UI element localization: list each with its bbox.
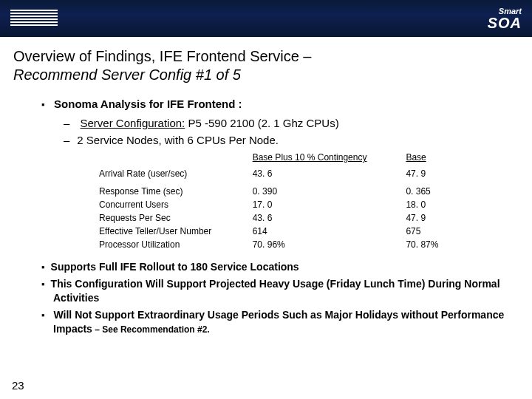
metric-base: 70. 87% [400,238,492,251]
slide-body: Overview of Findings, IFE Frontend Servi… [0,37,532,399]
table-row: Effective Teller/User Number 614 675 [93,225,492,238]
metric-plus: 43. 6 [247,211,400,225]
svg-rect-0 [10,10,58,11]
slide-title: Overview of Findings, IFE Frontend Servi… [13,47,519,84]
metric-label: Effective Teller/User Number [93,225,247,238]
svg-rect-3 [10,18,58,20]
table-row: Concurrent Users 17. 0 18. 0 [93,198,492,211]
analysis-heading-item: Sonoma Analysis for IFE Frontend : Serve… [41,98,519,146]
metric-base: 0. 365 [400,185,492,198]
server-config-line: Server Configuration: P5 -590 2100 (2. 1… [64,117,519,129]
table-row: Requests Per Sec 43. 6 47. 9 [93,211,492,225]
metric-label: Processor Utilization [93,238,247,251]
badge-big: SOA [488,15,522,31]
svg-rect-1 [10,13,58,14]
analysis-sublist: Server Configuration: P5 -590 2100 (2. 1… [64,117,519,146]
metric-plus: 0. 390 [247,185,400,198]
table-row: Processor Utilization 70. 96% 70. 87% [93,238,492,251]
server-config-value: P5 -590 2100 (2. 1 Ghz CPUs) [185,117,338,129]
metric-plus: 614 [247,225,400,238]
svg-rect-4 [10,21,58,23]
metric-plus: 43. 6 [247,167,400,180]
smart-soa-badge: Smart SOA [488,7,522,30]
analysis-heading: Sonoma Analysis for IFE Frontend [54,98,235,110]
analysis-list: Sonoma Analysis for IFE Frontend : Serve… [41,98,519,146]
bullet-rollout: Supports Full IFE Rollout to 180 Service… [41,260,519,274]
metric-label: Arrival Rate (user/sec) [93,167,247,180]
bullet-heavy-usage: This Configuration Will Support Projecte… [41,277,519,305]
bullet-see-rec: – See Recommendation #2. [92,324,210,335]
col-base: Base [400,151,492,167]
metric-base: 18. 0 [400,198,492,211]
title-line-1: Overview of Findings, IFE Frontend Servi… [13,48,312,64]
title-line-2: Recommend Server Config #1 of 5 [13,66,241,83]
metric-base: 47. 9 [400,211,492,225]
summary-bullets: Supports Full IFE Rollout to 180 Service… [41,260,519,335]
col-blank [93,151,247,167]
metric-label: Concurrent Users [93,198,247,211]
metric-plus: 70. 96% [247,238,400,251]
table-row: Response Time (sec) 0. 390 0. 365 [93,185,492,198]
slide-header: Smart SOA [0,0,532,37]
ibm-logo [10,10,58,27]
page-number: 23 [12,379,24,392]
metric-plus: 17. 0 [247,198,400,211]
server-config-label: Server Configuration: [81,117,185,129]
col-plus-contingency: Base Plus 10 % Contingency [247,151,400,167]
nodes-line: 2 Service Nodes, with 6 CPUs Per Node. [64,134,519,146]
metric-base: 47. 9 [400,167,492,180]
svg-rect-2 [10,16,58,17]
metric-base: 675 [400,225,492,238]
metrics-body: Arrival Rate (user/sec) 43. 6 47. 9 Resp… [93,167,492,251]
table-row: Arrival Rate (user/sec) 43. 6 47. 9 [93,167,492,180]
svg-rect-5 [10,24,58,26]
bullet-extraordinary: Will Not Support Extraordinary Usage Per… [41,308,519,336]
metrics-table: Base Plus 10 % Contingency Base Arrival … [93,151,492,251]
metric-label: Response Time (sec) [93,185,247,198]
metric-label: Requests Per Sec [93,211,247,225]
